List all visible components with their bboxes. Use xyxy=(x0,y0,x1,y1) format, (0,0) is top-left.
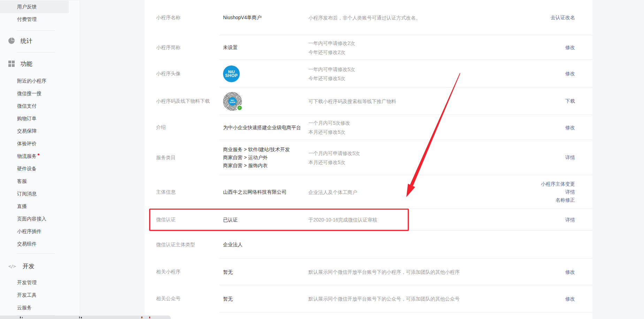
sidebar-item-微信搜一搜[interactable]: 微信搜一搜 xyxy=(0,87,80,100)
mini-program-qr-code: NiUSHOP✓ xyxy=(223,92,242,111)
sidebar-item-label: 微信支付 xyxy=(17,103,37,109)
sidebar-item-付费管理[interactable]: 付费管理 xyxy=(0,13,80,26)
sidebar-section-统计[interactable]: 统计 xyxy=(0,33,80,48)
settings-row-小程序头像: 小程序头像NiUSHOP一年内可申请修改5次今年还可修改5次修改 xyxy=(145,60,592,87)
sidebar-item-小程序插件[interactable]: 小程序插件 xyxy=(0,225,80,238)
action-link-修改[interactable]: 修改 xyxy=(565,268,575,276)
row-actions: 修改 xyxy=(565,115,575,140)
row-actions: 修改 xyxy=(565,35,575,60)
settings-row-介绍: 介绍为中小企业快速搭建企业级电商平台一个月内可5次修改本月还可修改5次修改 xyxy=(145,115,592,140)
row-description: 一个月内可申请修改5次本月还可修改5次 xyxy=(308,140,538,175)
sidebar-item-物流服务[interactable]: 物流服务 xyxy=(0,150,80,163)
row-description: 默认展示同个微信开放平台账号下的公众号，可添加团队的其他公众号 xyxy=(308,285,538,312)
settings-row-微信认证: 微信认证已认证于2020-10-16完成微信认证审核详情 xyxy=(145,209,592,231)
action-link-名称修正[interactable]: 名称修正 xyxy=(555,196,575,204)
bottom-cutoff-bar xyxy=(0,316,171,319)
settings-row-主体信息: 主体信息山西牛之云网络科技有限公司企业法人及个体工商户小程序主体变更详情名称修正 xyxy=(145,175,592,209)
notification-dot xyxy=(38,154,39,155)
settings-row-相关小程序: 相关小程序暂无默认展示同个微信开放平台账号下的小程序，可添加团队的其他小程序修改 xyxy=(145,259,592,285)
sidebar-item-开发工具[interactable]: 开发工具 xyxy=(0,289,80,302)
row-value: 企业法人 xyxy=(223,231,314,259)
row-actions: 下载 xyxy=(565,87,575,115)
row-label: 微信认证 xyxy=(156,209,221,231)
settings-row-服务类目: 服务类目商业服务 > 软件/建站/技术开发商家自营 > 运动户外商家自营 > 服… xyxy=(145,140,592,175)
sidebar-item-硬件设备[interactable]: 硬件设备 xyxy=(0,163,80,175)
mini-program-avatar: NiUSHOP xyxy=(223,65,240,82)
row-label: 小程序简称 xyxy=(156,35,221,60)
sidebar-section-功能[interactable]: 功能 xyxy=(0,56,80,71)
action-link-详情[interactable]: 详情 xyxy=(565,154,575,162)
settings-row-相关公众号: 相关公众号暂无默认展示同个微信开放平台账号下的公众号，可添加团队的其他公众号修改 xyxy=(145,285,592,312)
cutoff-text-marks xyxy=(79,317,80,318)
row-actions: 去认证改名 xyxy=(551,0,575,35)
action-link-修改[interactable]: 修改 xyxy=(565,124,575,132)
row-value: NiUSHOP xyxy=(223,60,314,87)
action-link-详情[interactable]: 详情 xyxy=(565,216,575,224)
sidebar-item-label: 用户反馈 xyxy=(17,4,37,10)
sidebar-divider xyxy=(17,30,55,31)
cutoff-text-marks xyxy=(81,317,82,318)
sidebar-item-label: 开发管理 xyxy=(17,280,37,286)
row-value: NiUSHOP✓ xyxy=(223,87,314,115)
row-actions: 详情 xyxy=(565,209,575,231)
action-link-修改[interactable]: 修改 xyxy=(565,70,575,78)
row-value: 暂无 xyxy=(223,259,314,285)
action-link-下载[interactable]: 下载 xyxy=(565,97,575,105)
cutoff-text-marks xyxy=(20,317,21,318)
sidebar-item-直播[interactable]: 直播 xyxy=(0,200,80,213)
row-description: 小程序发布后，非个人类账号可通过认证方式改名。 xyxy=(308,0,538,35)
row-description: 可下载小程序码及搜索框等线下推广物料 xyxy=(308,87,538,115)
row-description xyxy=(308,231,538,259)
row-label: 主体信息 xyxy=(156,175,221,209)
sidebar-section-开发[interactable]: 开发 xyxy=(0,258,80,274)
cutoff-text-marks xyxy=(22,317,23,318)
row-label: 小程序名称 xyxy=(156,0,221,35)
sidebar-item-开发管理[interactable]: 开发管理 xyxy=(0,277,80,289)
row-description: 企业法人及个体工商户 xyxy=(308,175,538,209)
sidebar-item-订阅消息[interactable]: 订阅消息 xyxy=(0,188,80,200)
sidebar-item-label: 付费管理 xyxy=(17,16,37,23)
row-value: 山西牛之云网络科技有限公司 xyxy=(223,175,314,209)
cutoff-text-marks xyxy=(149,317,150,318)
sidebar-item-label: 物流服务 xyxy=(17,153,37,160)
pie-chart-icon xyxy=(8,38,15,44)
sidebar-section-label: 开发 xyxy=(23,262,34,270)
row-description: 默认展示同个微信开放平台账号下的小程序，可添加团队的其他小程序 xyxy=(308,259,538,285)
row-actions: 修改 xyxy=(565,285,575,312)
row-description: 于2020-10-16完成微信认证审核 xyxy=(308,209,538,231)
action-link-修改[interactable]: 修改 xyxy=(565,44,575,52)
action-link-小程序主体变更[interactable]: 小程序主体变更 xyxy=(541,180,575,188)
sidebar-item-label: 订阅消息 xyxy=(17,191,37,197)
sidebar-item-客服[interactable]: 客服 xyxy=(0,175,80,188)
sidebar-item-交易保障[interactable]: 交易保障 xyxy=(0,125,80,138)
row-description: 一年内可申请修改5次今年还可修改5次 xyxy=(308,60,538,87)
row-value: 为中小企业快速搭建企业级电商平台 xyxy=(223,115,314,140)
sidebar-item-label: 交易组件 xyxy=(17,241,37,247)
row-actions: 详情 xyxy=(565,140,575,175)
row-label: 介绍 xyxy=(156,115,221,140)
sidebar-item-label: 直播 xyxy=(17,203,27,210)
sidebar-section-label: 统计 xyxy=(21,37,32,45)
settings-row-小程序简称: 小程序简称未设置一年内可申请修改2次今年还可修改2次修改 xyxy=(145,35,592,60)
row-label: 相关公众号 xyxy=(156,285,221,312)
sidebar-item-页面内容接入[interactable]: 页面内容接入 xyxy=(0,213,80,225)
action-link-详情[interactable]: 详情 xyxy=(565,188,575,196)
sidebar-item-交易组件[interactable]: 交易组件 xyxy=(0,238,80,250)
sidebar-item-用户反馈[interactable]: 用户反馈 xyxy=(0,1,69,13)
row-actions: 修改 xyxy=(565,259,575,285)
sidebar-nav: 用户反馈付费管理统计功能附近的小程序微信搜一搜微信支付购物订单交易保障体验评价物… xyxy=(0,0,80,319)
row-value: 商业服务 > 软件/建站/技术开发商家自营 > 运动户外商家自营 > 服饰内衣 xyxy=(223,140,314,175)
sidebar-item-label: 附近的小程序 xyxy=(17,78,46,84)
sidebar-item-附近的小程序[interactable]: 附近的小程序 xyxy=(0,75,80,87)
action-link-修改[interactable]: 修改 xyxy=(565,295,575,303)
settings-row-小程序码及线下物料下载: 小程序码及线下物料下载NiUSHOP✓可下载小程序码及搜索框等线下推广物料下载 xyxy=(145,87,592,115)
sidebar-item-微信支付[interactable]: 微信支付 xyxy=(0,100,80,112)
sidebar-item-体验评价[interactable]: 体验评价 xyxy=(0,138,80,150)
action-link-去认证改名[interactable]: 去认证改名 xyxy=(551,14,575,22)
row-label: 微信认证主体类型 xyxy=(156,231,221,259)
sidebar-item-购物订单[interactable]: 购物订单 xyxy=(0,112,80,125)
sidebar-item-云服务[interactable]: 云服务 xyxy=(0,302,80,314)
sidebar-item-label: 开发工具 xyxy=(17,292,37,298)
row-label: 小程序头像 xyxy=(156,60,221,87)
verified-badge-icon: ✓ xyxy=(237,105,243,111)
